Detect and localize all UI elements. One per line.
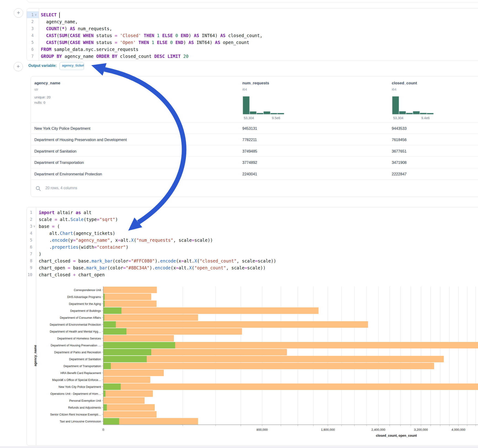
table-cell: 7618456 — [392, 134, 407, 145]
svg-text:Department of Buildings: Department of Buildings — [70, 309, 101, 312]
closed-count-bar — [103, 390, 153, 397]
table-row[interactable]: Department of Transportation377489234719… — [31, 156, 478, 168]
histogram-max-label: 9.5e6 — [272, 116, 280, 120]
table-cell: New York City Police Department — [34, 123, 90, 134]
add-cell-button-output[interactable]: + — [14, 62, 23, 71]
closed-count-bar — [103, 370, 164, 376]
open-count-bar — [103, 363, 111, 369]
code-line[interactable]: .properties(width="container") — [39, 244, 128, 250]
line-number: 8 — [27, 257, 32, 264]
column-type: str — [34, 87, 38, 91]
closed-count-bar — [103, 356, 444, 362]
line-number: 7 — [27, 250, 32, 257]
column-stat: nulls: 0 — [34, 100, 45, 104]
closed-count-bar — [103, 384, 478, 390]
open-count-bar — [103, 294, 105, 300]
code-line[interactable]: COUNT(*) AS num_requests, — [41, 25, 112, 32]
table-row[interactable]: New York City Police Department945313194… — [31, 122, 478, 134]
open-count-bar — [103, 321, 116, 328]
table-row[interactable]: Department of Environmental Protection22… — [31, 168, 478, 180]
open-count-bar — [103, 342, 175, 348]
fold-chevron-icon[interactable]: ∨ — [33, 223, 35, 230]
line-number: 2 — [27, 18, 34, 25]
column-type: i64 — [392, 87, 396, 91]
code-line[interactable]: alt.Chart(agency_tickets) — [39, 230, 115, 237]
line-number: 4 — [27, 32, 34, 39]
open-count-bar — [103, 418, 119, 424]
closed-count-bar — [103, 307, 319, 314]
svg-text:Senior Citizen Rent Increase E: Senior Citizen Rent Increase Exempti… — [50, 413, 101, 416]
svg-text:Correspondence Unit: Correspondence Unit — [74, 288, 101, 292]
code-line[interactable]: CAST(SUM(CASE WHEN status = 'Open' THEN … — [41, 39, 249, 46]
table-cell: 3471908 — [392, 157, 407, 168]
closed-count-bar — [103, 300, 157, 307]
code-line[interactable]: SELECT — [41, 11, 60, 18]
table-cell: Department of Environmental Protection — [34, 168, 102, 180]
open-count-bar — [103, 307, 121, 314]
open-count-bar — [103, 328, 126, 335]
svg-text:4,000,000: 4,000,000 — [452, 428, 465, 431]
histogram-max-label: 9.4e6 — [421, 116, 430, 120]
table-cell: Department of Transportation — [34, 157, 84, 168]
open-count-bar — [103, 300, 105, 307]
svg-text:800,000: 800,000 — [256, 428, 268, 431]
line-number: 4 — [27, 230, 32, 237]
search-icon[interactable] — [36, 186, 41, 191]
table-cell: 9453131 — [242, 123, 257, 134]
table-row[interactable]: Department of Housing Preservation and D… — [31, 134, 478, 145]
code-line[interactable]: chart_closed + chart_open — [39, 271, 105, 278]
svg-text:Department of Homeless Service: Department of Homeless Services — [57, 337, 101, 340]
code-line[interactable]: .encode(y="agency_name", x=alt.X("num_re… — [39, 237, 213, 244]
arrowhead-top — [91, 63, 107, 76]
column-title[interactable]: agency_name — [34, 81, 60, 86]
table-cell: 3774892 — [242, 157, 257, 168]
svg-text:Refunds and Adjustments: Refunds and Adjustments — [68, 406, 101, 409]
code-line[interactable]: chart_closed = base.mark_bar(color="#FFC… — [39, 257, 276, 264]
line-number: 7 — [27, 53, 34, 60]
column-title[interactable]: closed_count — [392, 81, 417, 86]
table-cell: Department of Sanitation — [34, 145, 76, 157]
code-line[interactable]: base = ( — [39, 223, 60, 230]
column-title[interactable]: num_requests — [242, 81, 269, 86]
fold-chevron-icon[interactable]: ∨ — [35, 11, 37, 18]
svg-text:Department of Housing Preserva: Department of Housing Preservation … — [51, 344, 101, 347]
svg-text:Department of Sanitation: Department of Sanitation — [69, 358, 101, 361]
code-line[interactable]: FROM sample_data.nyc.service_requests — [41, 46, 138, 53]
code-line[interactable]: chart_open = base.mark_bar(color="#8BC34… — [39, 264, 266, 271]
closed-count-bar — [103, 287, 157, 293]
svg-text:Mayorâ€ s Office of Special En: Mayorâ€ s Office of Special Enforce… — [52, 378, 101, 382]
y-axis-title: agency_name — [33, 345, 37, 366]
code-line[interactable]: CAST(SUM(CASE WHEN status = 'Closed' THE… — [41, 32, 262, 39]
output-variable-pill[interactable]: agency_tickets — [59, 62, 84, 70]
line-number: 5 — [27, 39, 34, 46]
closed-count-bar — [103, 397, 145, 404]
code-line[interactable]: agency_name, — [41, 18, 78, 25]
code-line[interactable]: import altair as alt — [39, 209, 92, 216]
closed-count-bar — [103, 335, 174, 342]
svg-text:Department of Consumer Affairs: Department of Consumer Affairs — [60, 316, 101, 319]
sql-cell-editor[interactable]: 1∨SELECT 2 agency_name,3 COUNT(*) AS num… — [26, 8, 478, 61]
code-line[interactable]: scale = alt.Scale(type="sqrt") — [39, 216, 118, 223]
closed-count-bar — [103, 314, 198, 321]
histogram-min-label: 53,304 — [393, 116, 403, 120]
code-line[interactable]: GROUP BY agency_name ORDER BY closed_cou… — [41, 53, 189, 60]
svg-text:Taxi and Limousine Commission: Taxi and Limousine Commission — [60, 420, 101, 423]
code-line[interactable]: ) — [39, 250, 41, 257]
line-number: 6 — [27, 46, 34, 53]
line-number: 3 — [27, 223, 32, 230]
open-count-bar — [103, 356, 147, 362]
text-cursor — [59, 12, 60, 18]
closed-count-bar — [103, 363, 434, 369]
previous-cell-edge — [26, 0, 478, 2]
line-number: 5 — [27, 237, 32, 244]
column-stat: unique: 20 — [34, 95, 50, 99]
line-number: 6 — [27, 244, 32, 250]
table-row[interactable]: Department of Sanitation37494853677651 — [31, 145, 478, 157]
table-cell: 2222847 — [392, 168, 407, 180]
closed-count-bar — [103, 321, 368, 328]
table-cell: 2240041 — [242, 168, 257, 180]
row-count-text: 20 rows, 4 columns — [45, 186, 77, 190]
table-cell: 9443533 — [392, 123, 407, 134]
svg-text:DHS Advantage Programs: DHS Advantage Programs — [67, 295, 101, 299]
add-cell-button-top[interactable]: + — [14, 8, 23, 18]
